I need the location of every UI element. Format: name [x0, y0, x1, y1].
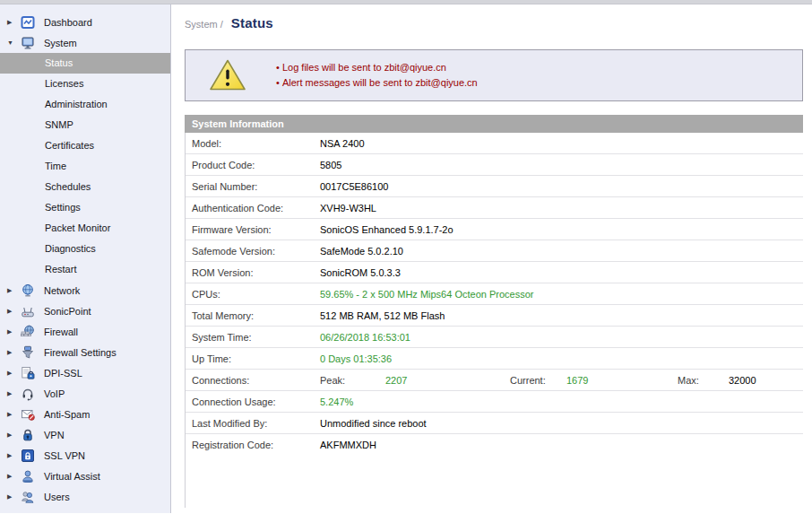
info-label: Product Code:	[192, 160, 320, 170]
info-label: Safemode Version:	[192, 246, 320, 257]
sidebar-item-status[interactable]: Status	[0, 53, 170, 74]
firewall-icon	[21, 325, 36, 339]
sidebar-item-vpn[interactable]: ▶VPN	[0, 424, 170, 445]
info-label: Model:	[192, 138, 320, 149]
panel-header: System Information	[185, 115, 803, 133]
info-value: 0017C5E86100	[320, 181, 388, 192]
sidebar-item-administration[interactable]: Administration	[0, 94, 170, 115]
sidebar: ▶Dashboard▼SystemStatusLicensesAdministr…	[0, 4, 171, 513]
sidebar-item-schedules[interactable]: Schedules	[0, 177, 170, 197]
vpn-icon	[21, 428, 36, 442]
info-value: AKFMMXDH	[320, 440, 376, 450]
sidebar-item-label: SonicPoint	[44, 306, 91, 317]
info-value: NSA 2400	[320, 138, 365, 149]
sidebar-item-label: Network	[44, 285, 80, 296]
sub-label: Max:	[678, 375, 729, 386]
info-label: CPUs:	[192, 289, 320, 300]
info-label: Up Time:	[192, 353, 320, 364]
chevron-down-icon[interactable]: ▼	[7, 39, 17, 46]
info-row-rom-version: ROM Version:SonicROM 5.0.3.3	[186, 262, 803, 283]
sidebar-item-packet-monitor[interactable]: Packet Monitor	[0, 218, 170, 239]
info-value: 06/26/2018 16:53:01	[320, 332, 410, 343]
sidebar-item-label: Firewall	[44, 327, 78, 337]
chevron-right-icon[interactable]: ▶	[7, 287, 17, 294]
info-row-product-code: Product Code:5805	[186, 154, 803, 176]
info-value: SafeMode 5.0.2.10	[320, 246, 403, 257]
chevron-right-icon[interactable]: ▶	[7, 452, 17, 459]
system-information-panel: System Information Model:NSA 2400Product…	[185, 115, 803, 508]
connections-peak: Peak:2207	[320, 375, 510, 386]
sidebar-item-network[interactable]: ▶Network	[0, 280, 170, 301]
chevron-right-icon[interactable]: ▶	[7, 370, 17, 377]
sidebar-item-users[interactable]: ▶Users	[0, 486, 170, 507]
sub-value: 2207	[385, 375, 407, 386]
panel-title: System Information	[192, 118, 284, 129]
info-row-up-time: Up Time:0 Days 01:35:36	[186, 348, 803, 370]
info-label: Firmware Version:	[192, 224, 320, 235]
info-label: Connections:	[192, 375, 320, 386]
warning-triangle-icon	[209, 58, 246, 92]
info-value: Unmodified since reboot	[320, 418, 427, 429]
sidebar-item-label: System	[44, 38, 77, 48]
info-row-safemode-version: Safemode Version:SafeMode 5.0.2.10	[186, 240, 803, 262]
voip-icon	[21, 387, 36, 401]
info-value: 512 MB RAM, 512 MB Flash	[320, 310, 445, 321]
chevron-right-icon[interactable]: ▶	[7, 493, 17, 501]
sidebar-item-snmp[interactable]: SNMP	[0, 115, 170, 135]
sidebar-item-label: VPN	[44, 430, 65, 440]
alert-box: Log files will be sent to zbit@qiyue.cn …	[185, 49, 803, 101]
sidebar-item-system[interactable]: ▼System	[0, 32, 170, 53]
info-row-system-time: System Time:06/26/2018 16:53:01	[186, 327, 803, 348]
info-row-serial-number: Serial Number:0017C5E86100	[186, 176, 803, 197]
breadcrumb: System / Status	[185, 15, 805, 35]
virtual-assist-icon	[21, 469, 36, 484]
chevron-right-icon[interactable]: ▶	[7, 390, 17, 397]
dpi-ssl-icon	[21, 366, 36, 380]
main-content: System / Status Log files	[171, 4, 812, 513]
chevron-right-icon[interactable]: ▶	[7, 308, 17, 315]
sidebar-item-label: Schedules	[45, 181, 91, 192]
sidebar-item-virtual-assist[interactable]: ▶Virtual Assist	[0, 466, 170, 486]
sidebar-item-diagnostics[interactable]: Diagnostics	[0, 239, 170, 259]
sidebar-item-label: Diagnostics	[45, 243, 96, 254]
sidebar-item-licenses[interactable]: Licenses	[0, 74, 170, 94]
info-label: Authentication Code:	[192, 203, 320, 213]
breadcrumb-section-link[interactable]: System /	[185, 19, 223, 30]
sidebar-item-certificates[interactable]: Certificates	[0, 135, 170, 156]
sidebar-item-label: Certificates	[45, 140, 94, 151]
sidebar-item-restart[interactable]: Restart	[0, 259, 170, 280]
sidebar-item-voip[interactable]: ▶VoIP	[0, 383, 170, 404]
info-label: Registration Code:	[192, 440, 320, 450]
sidebar-item-label: Packet Monitor	[45, 222, 110, 233]
dashboard-icon	[21, 15, 36, 30]
chevron-right-icon[interactable]: ▶	[7, 431, 17, 439]
sidebar-item-label: Administration	[45, 99, 108, 109]
sidebar-item-firewall[interactable]: ▶Firewall	[0, 321, 170, 342]
sidebar-item-firewall-settings[interactable]: ▶Firewall Settings	[0, 342, 170, 362]
sidebar-item-label: Status	[45, 57, 73, 68]
info-label: System Time:	[192, 332, 320, 343]
sidebar-item-dashboard[interactable]: ▶Dashboard	[0, 12, 170, 32]
sidebar-item-label: SNMP	[45, 119, 73, 130]
sidebar-item-dpi-ssl[interactable]: ▶DPI-SSL	[0, 362, 170, 383]
chevron-right-icon[interactable]: ▶	[7, 19, 17, 26]
system-information-table: Model:NSA 2400Product Code:5805Serial Nu…	[185, 133, 803, 508]
sidebar-item-settings[interactable]: Settings	[0, 197, 170, 218]
sidebar-item-label: Users	[44, 492, 70, 502]
sidebar-item-label: Settings	[45, 202, 81, 213]
sidebar-item-time[interactable]: Time	[0, 156, 170, 177]
sidebar-item-label: Firewall Settings	[44, 347, 117, 358]
chevron-right-icon[interactable]: ▶	[7, 473, 17, 480]
firewall-settings-icon	[21, 345, 36, 360]
sidebar-item-label: Restart	[45, 264, 76, 274]
info-value: XVH9-W3HL	[320, 203, 376, 213]
chevron-right-icon[interactable]: ▶	[7, 411, 17, 418]
info-row-model: Model:NSA 2400	[186, 133, 803, 154]
chevron-right-icon[interactable]: ▶	[7, 328, 17, 335]
info-value: SonicOS Enhanced 5.9.1.7-2o	[320, 224, 454, 235]
sidebar-item-anti-spam[interactable]: ▶Anti-Spam	[0, 404, 170, 424]
info-value: 59.65% - 2 x 500 MHz Mips64 Octeon Proce…	[320, 289, 533, 300]
sidebar-item-ssl-vpn[interactable]: ▶SSL VPN	[0, 445, 170, 466]
sidebar-item-sonicpoint[interactable]: ▶SonicPoint	[0, 301, 170, 321]
chevron-right-icon[interactable]: ▶	[7, 349, 17, 356]
